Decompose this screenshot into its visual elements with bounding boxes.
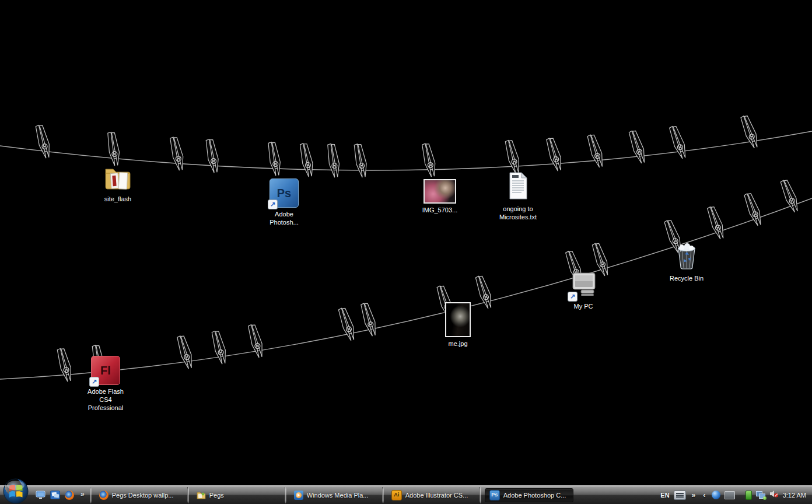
desktop-icon-photoshop[interactable]: Ps ↗ Adobe Photosh...	[256, 178, 312, 226]
photoshop-app-icon: Ps ↗	[270, 178, 299, 208]
icon-label: me.jpg	[448, 340, 467, 348]
folder-icon	[104, 164, 132, 192]
taskbar-button-adobe-illustrator[interactable]: Ai Adobe Illustrator CS...	[387, 488, 476, 502]
clothespin-icon	[628, 129, 648, 164]
clothespin-icon	[107, 131, 121, 166]
icon-label: Adobe Flash CS4 Professional	[88, 387, 124, 412]
recycle-bin-icon	[673, 242, 700, 272]
desktop[interactable]: site_flash Ps ↗ Adobe Photosh... IMG_570…	[0, 0, 812, 485]
shortcut-arrow-icon: ↗	[568, 292, 578, 302]
clothespin-icon	[34, 124, 52, 159]
clothespin-icon	[353, 143, 369, 178]
display-icon[interactable]	[724, 491, 735, 499]
taskbar-button-label: Adobe Illustrator CS...	[405, 492, 468, 499]
label-line: Adobe	[275, 211, 293, 218]
firefox-icon[interactable]	[64, 490, 75, 501]
phone-icon[interactable]	[746, 491, 752, 500]
computer-icon: ↗	[569, 272, 597, 300]
start-button[interactable]	[3, 478, 29, 504]
clothespin-icon	[211, 330, 229, 365]
switch-windows-icon[interactable]	[50, 490, 60, 501]
desktop-icon-me-jpg[interactable]: me.jpg	[430, 302, 486, 348]
label-line: Professional	[88, 404, 124, 411]
desktop-icon-flash-cs4[interactable]: Fl ↗ Adobe Flash CS4 Professional	[78, 356, 134, 412]
clothespin-icon	[740, 114, 761, 149]
taskbar-button-windows-media-player[interactable]: Windows Media Pla...	[290, 488, 379, 502]
photo-thumbnail	[445, 302, 471, 337]
taskbar-button-adobe-photoshop[interactable]: Ps Adobe Photoshop C...	[485, 488, 573, 502]
desktop-icon-my-pc[interactable]: ↗ My PC	[555, 272, 611, 310]
clothespin-icon	[337, 306, 357, 341]
clothespin-icon	[56, 347, 74, 382]
desktop-icon-site-flash[interactable]: site_flash	[90, 164, 146, 203]
label-line: ongoing to	[503, 205, 533, 212]
icon-label: My PC	[574, 302, 593, 310]
photo-thumbnail	[424, 179, 456, 204]
clothespin-icon	[668, 125, 688, 160]
taskbar-separator	[480, 487, 481, 503]
flash-app-icon: Fl ↗	[91, 356, 120, 385]
label-line: CS4	[99, 396, 111, 403]
clothespin-icon	[299, 142, 315, 177]
shortcut-arrow-icon: ↗	[89, 377, 99, 387]
folder-icon	[197, 491, 206, 499]
taskbar-button-pegs-desktop-wallpaper[interactable]: Pegs Desktop wallp...	[95, 488, 184, 502]
taskbar-separator	[90, 487, 92, 503]
taskbar-separator	[285, 487, 286, 503]
taskbar-separator	[382, 487, 384, 503]
label-line: Photosh...	[270, 219, 299, 226]
label-line: Adobe Flash	[88, 388, 124, 395]
icon-label: Recycle Bin	[670, 274, 704, 282]
keyboard-icon[interactable]	[674, 491, 686, 500]
desktop-icon-recycle-bin[interactable]: Recycle Bin	[659, 242, 715, 282]
clothespin-icon	[169, 136, 186, 171]
clothespin-icon	[267, 141, 282, 176]
desktop-icon-microsites-txt[interactable]: ongoing to Microsites.txt	[490, 172, 546, 221]
quick-launch-more-chevron[interactable]: »	[79, 490, 86, 498]
taskbar: » Pegs Desktop wallp... Pegs Windows Med…	[0, 485, 812, 504]
clothespin-icon	[205, 138, 220, 173]
clothespin-icon	[327, 143, 341, 178]
icon-label: ongoing to Microsites.txt	[499, 205, 537, 221]
desktop-icon-img-5703[interactable]: IMG_5703...	[412, 179, 468, 214]
photoshop-icon: Ps	[489, 490, 500, 501]
clothespin-icon	[504, 139, 522, 174]
blue-sphere-icon[interactable]	[712, 491, 720, 499]
illustrator-icon: Ai	[391, 490, 402, 501]
clothespin-icon	[360, 302, 379, 337]
clothespin-icon	[545, 136, 564, 172]
clothespin-icon	[176, 334, 195, 369]
volume-muted-icon[interactable]	[769, 489, 779, 501]
taskbar-button-label: Adobe Photoshop C...	[503, 492, 566, 499]
taskbar-button-pegs-folder[interactable]: Pegs	[192, 488, 281, 502]
show-desktop-icon[interactable]	[35, 490, 46, 501]
windows-start-orb	[3, 478, 29, 504]
clothespin-icon	[779, 178, 801, 214]
windows-media-player-icon	[294, 491, 303, 500]
tray-more-chevron[interactable]: »	[690, 491, 698, 499]
shortcut-arrow-icon: ↗	[268, 200, 278, 209]
clothespin-icon	[247, 323, 265, 358]
clock[interactable]: 3:12 AM	[783, 492, 806, 499]
tray-expand-arrow[interactable]: ‹	[701, 491, 707, 499]
icon-label: IMG_5703...	[422, 206, 458, 214]
taskbar-separator	[187, 487, 189, 503]
taskbar-button-label: Pegs Desktop wallp...	[112, 492, 174, 499]
icon-label: Adobe Photosh...	[270, 210, 299, 226]
network-icon[interactable]	[756, 491, 765, 499]
taskbar-button-label: Pegs	[209, 492, 224, 499]
clothesline-lower	[0, 198, 812, 379]
system-tray: EN » ‹ 3:12 AM	[660, 489, 812, 501]
clothespin-icon	[586, 133, 606, 168]
firefox-icon	[99, 491, 108, 500]
clothespin-icon	[421, 142, 438, 177]
taskbar-button-label: Windows Media Pla...	[307, 492, 369, 499]
label-line: Microsites.txt	[499, 214, 537, 220]
icon-label: site_flash	[104, 195, 131, 203]
text-file-icon	[507, 172, 529, 202]
language-indicator[interactable]: EN	[660, 492, 669, 499]
clothespin-icon	[743, 192, 764, 227]
quick-launch-bar: »	[35, 490, 86, 501]
